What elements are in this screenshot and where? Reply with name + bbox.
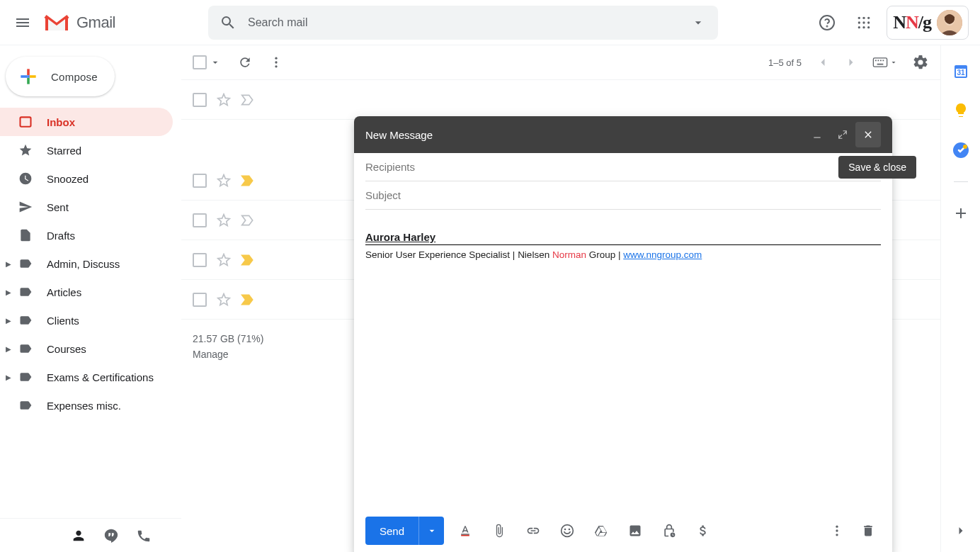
row-checkbox[interactable] — [193, 293, 207, 307]
sidebar-item-expenses-misc-[interactable]: Expenses misc. — [0, 391, 173, 419]
compose-button[interactable]: Compose — [6, 57, 115, 96]
sidebar-item-admin-discuss[interactable]: ▶Admin, Discuss — [0, 249, 173, 278]
svg-point-11 — [867, 26, 870, 28]
sidebar-item-starred[interactable]: Starred — [0, 136, 173, 164]
sidebar-item-exams-certifications[interactable]: ▶Exams & Certifications — [0, 363, 173, 391]
compose-body[interactable]: Aurora Harley Senior User Experience Spe… — [354, 210, 892, 509]
settings-button[interactable] — [912, 54, 929, 71]
svg-rect-23 — [873, 58, 887, 67]
sidebar-item-drafts[interactable]: Drafts — [0, 221, 173, 249]
row-checkbox[interactable] — [193, 213, 207, 227]
label-icon — [18, 398, 33, 412]
attach-button[interactable] — [486, 518, 512, 543]
discard-button[interactable] — [855, 518, 881, 543]
search-options-dropdown[interactable] — [684, 9, 712, 37]
hide-side-panel-button[interactable] — [954, 524, 968, 538]
importance-marker[interactable] — [241, 214, 255, 227]
gmail-logo[interactable]: Gmail — [40, 12, 208, 33]
hangouts-icon[interactable] — [103, 528, 119, 543]
svg-rect-28 — [877, 64, 884, 65]
confidential-button[interactable] — [656, 518, 682, 543]
importance-marker[interactable] — [241, 254, 255, 266]
search-input[interactable] — [242, 16, 684, 29]
sidebar-item-sent[interactable]: Sent — [0, 193, 173, 221]
sidebar-item-inbox[interactable]: Inbox — [0, 108, 173, 136]
select-all-checkbox[interactable] — [193, 55, 221, 69]
expand-icon: ▶ — [6, 288, 14, 296]
star-button[interactable] — [217, 93, 231, 107]
get-addons-button[interactable] — [952, 205, 969, 222]
svg-text:31: 31 — [957, 69, 965, 77]
sidebar-item-snoozed[interactable]: Snoozed — [0, 164, 173, 193]
row-checkbox[interactable] — [193, 93, 207, 107]
photo-button[interactable] — [622, 518, 648, 543]
row-checkbox[interactable] — [193, 253, 207, 267]
label-icon — [18, 257, 33, 271]
sidebar-item-courses[interactable]: ▶Courses — [0, 334, 173, 363]
svg-point-7 — [863, 21, 865, 23]
send-options-dropdown[interactable] — [418, 517, 444, 545]
main-menu-button[interactable] — [6, 6, 40, 40]
nav-list: InboxStarredSnoozedSentDrafts▶Admin, Dis… — [0, 108, 181, 518]
user-avatar[interactable] — [937, 10, 962, 35]
star-button[interactable] — [217, 253, 231, 267]
search-bar[interactable] — [208, 6, 718, 40]
svg-rect-18 — [27, 75, 30, 78]
svg-point-8 — [867, 21, 870, 23]
svg-point-34 — [836, 526, 838, 528]
star-button[interactable] — [217, 174, 231, 188]
importance-marker[interactable] — [241, 293, 255, 306]
svg-point-2 — [827, 26, 828, 26]
minimize-button[interactable] — [804, 122, 830, 147]
drive-button[interactable] — [588, 518, 614, 543]
older-button[interactable] — [844, 55, 858, 69]
svg-rect-27 — [883, 60, 884, 62]
phone-icon[interactable] — [136, 528, 152, 543]
compose-dialog: New Message Save & close Recipients Subj… — [354, 116, 892, 552]
nav-label: Courses — [47, 343, 86, 355]
sidebar-item-articles[interactable]: ▶Articles — [0, 278, 173, 306]
money-button[interactable] — [690, 518, 716, 543]
recipients-field[interactable]: Recipients — [365, 153, 881, 181]
refresh-button[interactable] — [238, 55, 252, 69]
signature-url[interactable]: www.nngroup.com — [623, 249, 702, 260]
row-checkbox[interactable] — [193, 174, 207, 188]
signature-line: Senior User Experience Specialist | Niel… — [365, 249, 881, 260]
svg-rect-29 — [814, 137, 820, 138]
fullscreen-button[interactable] — [830, 122, 855, 147]
svg-rect-30 — [461, 535, 469, 536]
contacts-icon[interactable] — [71, 528, 86, 543]
label-icon — [18, 313, 33, 327]
svg-point-35 — [836, 529, 838, 531]
account-box[interactable]: NN/g — [887, 6, 969, 40]
newer-button[interactable] — [816, 55, 830, 69]
importance-marker[interactable] — [241, 174, 255, 187]
star-button[interactable] — [217, 293, 231, 307]
search-icon[interactable] — [214, 9, 242, 37]
apps-button[interactable] — [850, 9, 878, 37]
star-button[interactable] — [217, 213, 231, 227]
send-button[interactable]: Send — [365, 517, 444, 545]
tasks-addon[interactable] — [952, 142, 969, 159]
formatting-button[interactable] — [452, 518, 478, 543]
more-options-button[interactable] — [824, 518, 850, 543]
mail-row[interactable] — [181, 80, 940, 120]
keep-addon[interactable] — [952, 102, 969, 119]
link-button[interactable] — [520, 518, 546, 543]
calendar-addon[interactable]: 31 — [952, 62, 969, 79]
compose-header[interactable]: New Message Save & close — [354, 116, 892, 153]
svg-rect-26 — [880, 60, 882, 62]
side-panel-divider — [954, 181, 968, 182]
svg-rect-16 — [27, 78, 30, 84]
importance-marker[interactable] — [241, 94, 255, 106]
emoji-button[interactable] — [554, 518, 580, 543]
sidebar-footer — [0, 518, 181, 552]
subject-field[interactable]: Subject — [365, 181, 881, 210]
close-button[interactable] — [855, 122, 881, 147]
more-button[interactable] — [269, 55, 283, 69]
support-button[interactable] — [813, 9, 841, 37]
svg-point-41 — [963, 145, 967, 149]
clock-icon — [18, 171, 33, 186]
sidebar-item-clients[interactable]: ▶Clients — [0, 306, 173, 334]
input-tools-button[interactable] — [872, 57, 898, 67]
